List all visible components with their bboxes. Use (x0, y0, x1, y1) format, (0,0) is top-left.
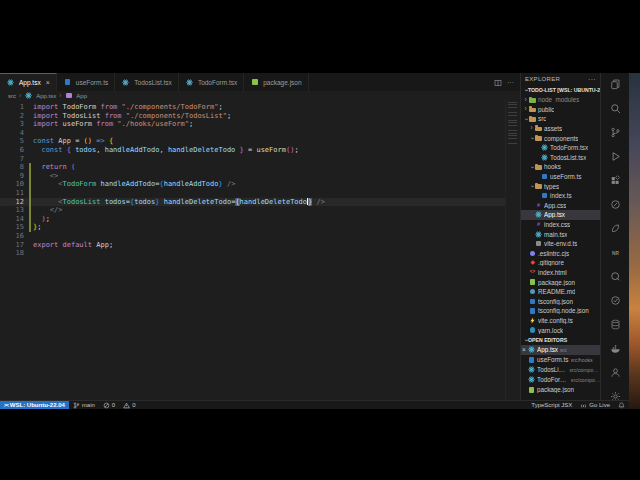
code-line-18[interactable]: 18 (0, 249, 505, 258)
tree-item-tsconfig.json[interactable]: tsconfig.json (521, 296, 600, 306)
more-actions-icon[interactable]: ··· (507, 79, 514, 86)
run-debug-icon[interactable] (609, 150, 622, 163)
source-control-icon[interactable] (609, 126, 622, 139)
minimap[interactable] (505, 100, 519, 400)
code-line-16[interactable]: 16 (0, 232, 505, 241)
tab-TodosList.tsx[interactable]: TodosList.tsx (115, 73, 179, 91)
open-editor-TodosList.tsx[interactable]: TodosList.tsxsrc/components (521, 365, 600, 375)
tree-item-vite-env.d.ts[interactable]: vite-env.d.ts (521, 239, 600, 249)
breadcrumb-item-App.tsx[interactable]: App.tsx (24, 92, 56, 99)
explorer-more-actions-icon[interactable]: ··· (588, 76, 596, 83)
line-number: 8 (0, 163, 24, 172)
open-editor-App.tsx[interactable]: ×App.tsxsrc (521, 345, 600, 355)
database-icon[interactable] (609, 318, 622, 331)
status-warnings[interactable]: 0 (119, 401, 139, 409)
q-badge-icon[interactable] (609, 270, 622, 283)
tree-item-App.tsx[interactable]: App.tsx (521, 210, 600, 220)
tree-item-public[interactable]: ›public (521, 105, 600, 115)
tab-package.json[interactable]: package.json (244, 73, 308, 91)
tab-TodoForm.tsx[interactable]: TodoForm.tsx (179, 73, 244, 91)
breadcrumb-item-App[interactable]: App (64, 92, 87, 99)
code-line-11[interactable]: 11 (0, 189, 505, 198)
section-project[interactable]: › TODO-LIST [WSL: UBUNTU-22.04] (521, 85, 600, 95)
tree-item-types[interactable]: ›types (521, 181, 600, 191)
code-line-12[interactable]: 12 <TodosList todos={todos} handleDelete… (0, 198, 505, 207)
status-notifications[interactable] (614, 401, 629, 409)
svg-text:NR: NR (612, 251, 619, 256)
tree-item-useForm.ts[interactable]: useForm.ts (521, 172, 600, 182)
code-line-10[interactable]: 10 <TodoForm handleAddTodo={handleAddTod… (0, 180, 505, 189)
open-editor-package.json[interactable]: package.json (521, 385, 600, 395)
status-branch[interactable]: main (69, 401, 99, 409)
code-line-8[interactable]: 8 return ( (0, 163, 505, 172)
tree-item-hooks[interactable]: ›hooks (521, 162, 600, 172)
leaf-icon[interactable] (609, 222, 622, 235)
tree-item-App.css[interactable]: #App.css (521, 201, 600, 211)
tree-item-vite.config.ts[interactable]: vite.config.ts (521, 316, 600, 326)
tree-item-TodoForm.tsx[interactable]: TodoForm.tsx (521, 143, 600, 153)
tree-item-tsconfig.node.json[interactable]: tsconfig.node.json (521, 306, 600, 316)
tree-item-README.md[interactable]: README.md (521, 287, 600, 297)
tab-useForm.ts[interactable]: useForm.ts (57, 73, 116, 91)
tree-item-src[interactable]: ›src (521, 114, 600, 124)
tree-item-label: node_modules (538, 96, 579, 103)
code-line-15[interactable]: 15}; (0, 223, 505, 232)
editor-actions: ··· (494, 73, 520, 91)
docker-icon[interactable] (609, 342, 622, 355)
editor-group: App.tsx×useForm.tsTodosList.tsxTodoForm.… (0, 73, 520, 400)
close-icon[interactable]: × (46, 79, 50, 86)
check-circle-icon[interactable] (609, 294, 622, 307)
code-line-17[interactable]: 17export default App; (0, 241, 505, 250)
code-area[interactable]: 1import TodoForm from "./components/Todo… (0, 103, 505, 258)
code-line-1[interactable]: 1import TodoForm from "./components/Todo… (0, 103, 505, 112)
tree-item-TodosList.tsx[interactable]: TodosList.tsx (521, 153, 600, 163)
extensions-icon[interactable] (609, 174, 622, 187)
code-line-5[interactable]: 5const App = () => { (0, 137, 505, 146)
tree-item-index.ts[interactable]: index.ts (521, 191, 600, 201)
nr-badge-icon[interactable]: NR (609, 246, 622, 259)
status-go-live[interactable]: Go Live (576, 401, 614, 409)
chevron-icon: › (528, 136, 535, 141)
chevron-down-icon: › (522, 337, 529, 342)
tree-item-yarn.lock[interactable]: yarn.lock (521, 325, 600, 335)
account-icon[interactable] (609, 366, 622, 379)
code-line-9[interactable]: 9 <> (0, 172, 505, 181)
status-language-mode[interactable]: TypeScript JSX (527, 401, 576, 409)
code-editor[interactable]: 1import TodoForm from "./components/Todo… (0, 100, 520, 400)
tree-item-index.css[interactable]: #index.css (521, 220, 600, 230)
status-errors[interactable]: 0 (99, 401, 119, 409)
open-editor-TodoForm.tsx[interactable]: TodoForm.tsxsrc/compone… (521, 375, 600, 385)
tree-item-package.json[interactable]: package.json (521, 277, 600, 287)
tree-item-.gitignore[interactable]: ◆.gitignore (521, 258, 600, 268)
line-number: 14 (0, 215, 24, 224)
tree-item-node_modules[interactable]: ›node_modules (521, 95, 600, 105)
tree-item-main.tsx[interactable]: main.tsx (521, 229, 600, 239)
status-label: WSL: Ubuntu-22.04 (10, 402, 65, 408)
minimap-line (508, 115, 517, 116)
pen-circle-icon[interactable] (609, 198, 622, 211)
open-editor-detail: src/components (569, 367, 600, 373)
tab-App.tsx[interactable]: App.tsx× (0, 73, 57, 91)
code-line-4[interactable]: 4 (0, 129, 505, 138)
code-line-7[interactable]: 7 (0, 155, 505, 164)
search-icon[interactable] (609, 102, 622, 115)
chevron-icon: › (529, 125, 534, 132)
files-icon[interactable] (609, 78, 622, 91)
tree-item-components[interactable]: ›components (521, 133, 600, 143)
chevron-icon: › (523, 97, 528, 104)
code-line-2[interactable]: 2import TodosList from "./components/Tod… (0, 112, 505, 121)
code-line-14[interactable]: 14 ); (0, 215, 505, 224)
tree-item-assets[interactable]: ›assets (521, 124, 600, 134)
code-line-3[interactable]: 3import useForm from "./hooks/useForm"; (0, 120, 505, 129)
close-icon[interactable]: × (521, 346, 527, 353)
code-line-13[interactable]: 13 </> (0, 206, 505, 215)
open-editor-useForm.ts[interactable]: useForm.tssrc/hooks (521, 355, 600, 365)
status-remote[interactable]: ><WSL: Ubuntu-22.04 (0, 401, 69, 409)
tree-item-.eslintrc.cjs[interactable]: .eslintrc.cjs (521, 249, 600, 259)
tsconfig-icon (529, 298, 536, 305)
breadcrumb-item-src[interactable]: src (8, 93, 16, 99)
tree-item-index.html[interactable]: <>index.html (521, 268, 600, 278)
split-editor-icon[interactable] (494, 73, 502, 91)
code-line-6[interactable]: 6 const { todos, handleAddTodo, handleDe… (0, 146, 505, 155)
section-open-editors[interactable]: › OPEN EDITORS (521, 335, 600, 345)
